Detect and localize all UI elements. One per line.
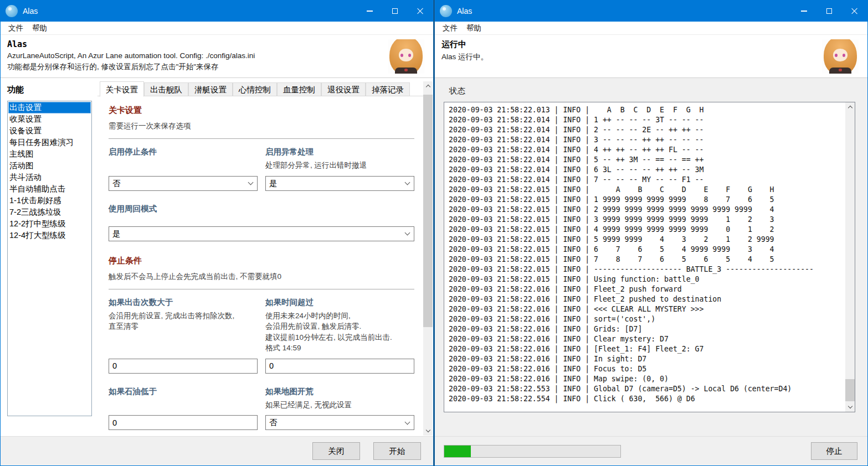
menu-item[interactable]: 帮助 — [462, 22, 486, 34]
tab[interactable]: 潜艇设置 — [188, 82, 233, 96]
maximize-button[interactable] — [816, 1, 842, 22]
log-line: 2020-09-03 21:58:22.016 | INFO | <<< CLE… — [449, 304, 845, 314]
scrollbar-thumb[interactable] — [423, 95, 433, 327]
log-scrollbar[interactable] — [845, 102, 855, 412]
function-list[interactable]: 出击设置收菜设置设备设置每日任务困难演习主线图活动图共斗活动半自动辅助点击1-1… — [7, 101, 92, 416]
log-line: 2020-09-03 21:58:22.013 | INFO | A B C D… — [449, 105, 845, 115]
log-line: 2020-09-03 21:58:22.015 | INFO | 5 9999 … — [449, 235, 845, 245]
log-output[interactable]: 2020-09-03 21:58:22.013 | INFO | A B C D… — [444, 102, 845, 412]
title-bar[interactable]: Alas — [1, 1, 433, 22]
log-box[interactable]: 2020-09-03 21:58:22.013 | INFO | A B C D… — [444, 102, 855, 412]
loop-mode-select[interactable]: 是 — [109, 226, 414, 241]
function-sidebar: 功能 出击设置收菜设置设备设置每日任务困难演习主线图活动图共斗活动半自动辅助点击… — [1, 78, 97, 436]
section-title-stage: 关卡设置 — [109, 105, 414, 116]
function-list-item[interactable]: 1-1伏击刷好感 — [8, 195, 91, 206]
scrollbar-thumb[interactable] — [845, 379, 855, 401]
enable-stop-label: 启用停止条件 — [109, 147, 258, 157]
function-list-item[interactable]: 半自动辅助点击 — [8, 183, 91, 195]
enable-exception-label: 启用异常处理 — [265, 147, 414, 157]
alas-running-window: Alas 文件帮助 运行中 Alas 运行中。 状态 — [434, 0, 868, 466]
function-list-item[interactable]: 出击设置 — [8, 102, 91, 113]
if-oil-input[interactable] — [109, 415, 258, 430]
app-header: Alas AzurLaneAutoScript, An Azur Lane au… — [1, 35, 433, 78]
tab[interactable]: 关卡设置 — [100, 81, 144, 97]
function-list-item[interactable]: 每日任务困难演习 — [8, 137, 91, 148]
log-line: 2020-09-03 21:58:22.014 | INFO | 4 ++ ++… — [449, 145, 845, 155]
if-count-input[interactable] — [109, 359, 258, 374]
scroll-down-button[interactable] — [423, 426, 433, 436]
close-button[interactable] — [842, 1, 867, 22]
if-map-clear-select[interactable]: 否 — [265, 415, 414, 430]
settings-footer: 关闭 开始 — [1, 436, 433, 465]
log-line: 2020-09-03 21:58:22.016 | INFO | [Fleet_… — [449, 344, 845, 354]
log-line: 2020-09-03 21:58:22.015 | INFO | A B C D… — [449, 185, 845, 195]
function-list-item[interactable]: 收菜设置 — [8, 113, 91, 125]
log-line: 2020-09-03 21:58:22.015 | INFO | 3 9999 … — [449, 215, 845, 225]
log-line: 2020-09-03 21:58:22.015 | INFO | -------… — [449, 265, 845, 275]
alas-settings-window: Alas 文件帮助 Alas AzurLaneAutoScript, An Az… — [0, 0, 434, 466]
title-bar[interactable]: Alas — [435, 1, 867, 22]
tab[interactable]: 退役设置 — [321, 82, 366, 96]
chevron-down-icon — [405, 419, 410, 424]
function-list-item[interactable]: 活动图 — [8, 160, 91, 172]
maximize-button[interactable] — [382, 1, 408, 22]
minimize-button[interactable] — [791, 1, 816, 22]
settings-body: 功能 出击设置收菜设置设备设置每日任务困难演习主线图活动图共斗活动半自动辅助点击… — [1, 78, 433, 436]
status-area: 状态 2020-09-03 21:58:22.013 | INFO | A B … — [435, 78, 867, 436]
chevron-down-icon — [425, 428, 430, 432]
close-icon — [417, 8, 424, 14]
tab[interactable]: 出击舰队 — [144, 82, 188, 96]
run-footer: 停止 — [435, 436, 867, 465]
log-line: 2020-09-03 21:58:22.016 | INFO | Grids: … — [449, 324, 845, 334]
log-line: 2020-09-03 21:58:22.015 | INFO | 6 7 6 5… — [449, 245, 845, 255]
function-list-item[interactable]: 12-2打中型练级 — [8, 218, 91, 230]
scroll-up-button[interactable] — [845, 102, 855, 112]
if-oil-label: 如果石油低于 — [109, 386, 258, 397]
scroll-up-button[interactable] — [423, 81, 433, 91]
close-button[interactable] — [408, 1, 433, 22]
enable-exception-select[interactable]: 是 — [265, 176, 414, 191]
log-line: 2020-09-03 21:58:22.016 | INFO | Clear m… — [449, 334, 845, 344]
if-map-clear-desc: 如果已经满足, 无视此设置 — [265, 400, 414, 411]
settings-scrollbar[interactable] — [423, 81, 433, 436]
window-title: Alas — [23, 7, 38, 15]
function-list-item[interactable]: 12-4打大型练级 — [8, 230, 91, 241]
stop-button[interactable]: 停止 — [811, 442, 857, 460]
close-window-button[interactable]: 关闭 — [312, 442, 360, 460]
tab[interactable]: 掉落记录 — [366, 82, 410, 96]
scroll-down-button[interactable] — [845, 402, 855, 412]
function-list-item[interactable]: 共斗活动 — [8, 172, 91, 183]
maximize-icon — [392, 8, 398, 14]
close-icon — [851, 8, 858, 14]
if-count-label: 如果出击次数大于 — [109, 297, 258, 308]
function-list-item[interactable]: 7-2三战拣垃圾 — [8, 206, 91, 218]
log-line: 2020-09-03 21:58:22.015 | INFO | 7 8 7 6… — [449, 255, 845, 265]
minimize-icon — [801, 11, 807, 11]
menu-item[interactable]: 文件 — [4, 22, 28, 34]
window-controls — [357, 1, 433, 22]
chevron-down-icon — [848, 404, 852, 408]
if-time-input[interactable] — [265, 359, 414, 374]
app-description: AzurLaneAutoScript, An Azur Lane automat… — [7, 51, 388, 60]
if-time-label: 如果时间超过 — [265, 297, 414, 308]
app-logo-icon — [440, 5, 452, 17]
log-line: 2020-09-03 21:58:22.016 | INFO | Fleet_2… — [449, 294, 845, 304]
enable-exception-desc: 处理部分异常, 运行出错时撤退 — [265, 160, 414, 171]
section-desc-stop: 触发后不会马上停止会先完成当前出击, 不需要就填0 — [109, 272, 414, 282]
function-list-item[interactable]: 设备设置 — [8, 125, 91, 137]
log-line: 2020-09-03 21:58:22.014 | INFO | 2 -- --… — [449, 125, 845, 135]
menu-bar: 文件帮助 — [1, 22, 433, 35]
log-line: 2020-09-03 21:58:22.016 | INFO | Map swi… — [449, 374, 845, 384]
log-line: 2020-09-03 21:58:22.015 | INFO | 1 9999 … — [449, 195, 845, 205]
maximize-icon — [826, 8, 832, 14]
menu-item[interactable]: 帮助 — [28, 22, 52, 34]
chevron-down-icon — [405, 180, 410, 185]
enable-stop-select[interactable]: 否 — [109, 176, 258, 191]
menu-bar: 文件帮助 — [435, 22, 867, 35]
minimize-button[interactable] — [357, 1, 382, 22]
function-list-item[interactable]: 主线图 — [8, 148, 91, 160]
menu-item[interactable]: 文件 — [438, 22, 462, 34]
start-button[interactable]: 开始 — [373, 442, 421, 460]
tab[interactable]: 血量控制 — [277, 82, 321, 96]
tab[interactable]: 心情控制 — [233, 82, 277, 96]
